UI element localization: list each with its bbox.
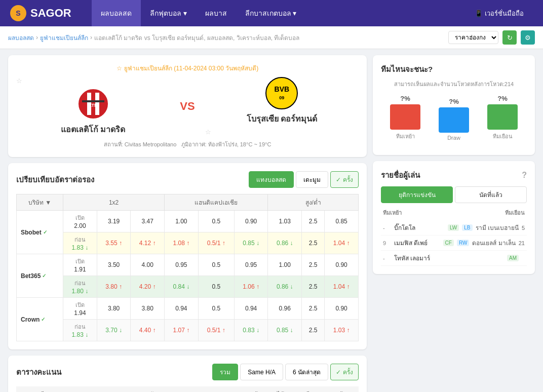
b365-close-h: ก่อน 1.80 ↓ bbox=[63, 276, 97, 298]
th-rank: # bbox=[16, 386, 36, 392]
players-tabs: ยุติการแข่งขัน นัดที่แล้ว bbox=[381, 186, 527, 203]
away-col-header: ทีมเยือน bbox=[505, 208, 525, 217]
nav-item-mobile[interactable]: 📱 เวอร์ชั่นมือถือ bbox=[466, 0, 533, 26]
match-info: สถานที่: Civitas Metropolitano ภูมิอากาศ… bbox=[16, 140, 359, 149]
standings-header: ตารางคะแนน รวม Same H/A 6 นัดล่าสุด ✓ คร… bbox=[16, 364, 359, 380]
sbo-open-hcap: 1.00 bbox=[165, 211, 199, 232]
breadcrumb-sep1: › bbox=[36, 34, 38, 41]
logo[interactable]: S SAGOR bbox=[10, 5, 71, 21]
list-item: 9 เมมฟิส ดีเพย์ CF RW ดอนเยลส์ มาเล็น 21 bbox=[381, 236, 527, 251]
th-1x2: 1x2 bbox=[63, 194, 165, 211]
table-row: ก่อน 1.83 ↓ 3.70 ↓ 4.40 ↑ bbox=[17, 320, 359, 341]
odds-section: เปรียบเทียบอัตราต่อรอง แทงบอลสด เดะมูม ✓… bbox=[8, 163, 367, 349]
crown-open-under: 0.90 bbox=[325, 298, 359, 320]
tab-last-match[interactable]: นัดที่แล้ว bbox=[455, 186, 527, 203]
player-pos-3a: AM bbox=[507, 255, 519, 261]
info-icon[interactable]: ? bbox=[522, 171, 527, 180]
away-team-logo: BVB09 bbox=[265, 77, 298, 109]
draw-pct: ?% bbox=[449, 98, 459, 105]
breadcrumb: ผลบอลสด › ยูฟ่าแชมเปียนส์ลีก › แอตเลติโก… bbox=[8, 33, 299, 43]
b365-open-hcap: 0.95 bbox=[165, 254, 199, 276]
crown-close-over: 0.85 ↓ bbox=[268, 320, 302, 341]
player-num-2: 9 bbox=[383, 240, 391, 246]
crown-close-acap: 0.83 ↓ bbox=[234, 320, 268, 341]
player-pos-2b: RW bbox=[457, 240, 469, 246]
home-team: ☆ ATM แอตเลติโก้ มาดริด bbox=[16, 77, 170, 136]
standings-tabs: รวม Same H/A 6 นัดล่าสุด ✓ ครั้ง bbox=[212, 364, 359, 380]
odds-type-select[interactable]: ราคาฮ่องกง bbox=[448, 31, 498, 44]
tab-same-ha[interactable]: Same H/A bbox=[240, 364, 283, 380]
sbo-open-line: 2.5 bbox=[302, 211, 325, 232]
crown-open-over: 0.96 bbox=[268, 298, 302, 320]
home-star-icon[interactable]: ☆ bbox=[16, 77, 22, 85]
nav-item-basketball-league[interactable]: ลีกบาสเกตบอล ▾ bbox=[236, 0, 306, 26]
tab-demu[interactable]: เดะมูม bbox=[296, 171, 328, 188]
tab-retired[interactable]: ยุติการแข่งขัน bbox=[381, 186, 453, 203]
odds-header: เปรียบเทียบอัตราต่อรอง แทงบอลสด เดะมูม ✓… bbox=[16, 171, 359, 188]
sbo-close-acap: 0.85 ↓ bbox=[234, 232, 268, 254]
tab-standings-krang[interactable]: ✓ ครั้ง bbox=[330, 364, 359, 380]
logo-icon: S bbox=[10, 5, 26, 21]
away-pred-bar[interactable] bbox=[487, 104, 518, 130]
player-name-3: โทหัส เลอมาร์ bbox=[394, 253, 504, 263]
players-title: รายชื่อผู้เล่น ? bbox=[381, 169, 527, 181]
breadcrumb-home[interactable]: ผลบอลสด bbox=[8, 33, 34, 43]
header: S SAGOR ผลบอลสด ลีกฟุตบอล ▾ ผลบาส ลีกบาส… bbox=[0, 0, 543, 26]
win-prediction-card: ทีมไหนจะชนะ? สามารถเห็นผลและจำนวนโหวตหลั… bbox=[373, 55, 535, 155]
crown-close-hcap: 1.07 ↑ bbox=[165, 320, 199, 341]
refresh-btn[interactable]: ↻ bbox=[502, 30, 517, 45]
tab-live-bet[interactable]: แทงบอลสด bbox=[249, 171, 294, 188]
settings-btn[interactable]: ⚙ bbox=[521, 30, 535, 45]
crown-open-d: 3.80 bbox=[97, 298, 131, 320]
crown-open-a: 3.80 bbox=[131, 298, 165, 320]
odds-table: บริษัท ▼ 1x2 แฮนดิแคปเอเชีย สูง/ต่ำ Sbob… bbox=[16, 194, 359, 341]
th-handicap: แฮนดิแคปเอเชีย bbox=[165, 194, 268, 211]
b365-open-under: 0.90 bbox=[325, 254, 359, 276]
tab-krang[interactable]: ✓ ครั้ง bbox=[330, 171, 359, 188]
verify-icon-crown: ✓ bbox=[41, 317, 45, 322]
b365-close-hcap: 0.84 ↓ bbox=[165, 276, 199, 298]
player-pos-1b: LB bbox=[462, 224, 472, 231]
player-away-num-1: 5 bbox=[522, 225, 525, 231]
sbo-close-d: 3.55 ↑ bbox=[97, 232, 131, 254]
sbo-open-d: 3.19 bbox=[97, 211, 131, 232]
bvb-logo-text: BVB09 bbox=[275, 86, 290, 101]
b365-open-d: 3.50 bbox=[97, 254, 131, 276]
draw-pred-bar[interactable] bbox=[439, 107, 469, 133]
tab-overall[interactable]: รวม bbox=[212, 364, 238, 380]
odds-tab-group: แทงบอลสด เดะมูม ✓ ครั้ง bbox=[249, 171, 359, 188]
crown-close-mid: 0.5/1 ↑ bbox=[198, 320, 234, 341]
list-item: - โทหัส เลอมาร์ AM bbox=[381, 251, 527, 266]
b365-close-a: 4.20 ↑ bbox=[131, 276, 165, 298]
sbo-open-under: 0.85 bbox=[325, 211, 359, 232]
th-bookie: บริษัท ▼ bbox=[17, 194, 63, 211]
crown-close-h: ก่อน 1.83 ↓ bbox=[63, 320, 97, 341]
player-pos-2a: CF bbox=[443, 240, 454, 246]
player-num-3: - bbox=[383, 255, 391, 261]
away-prediction: ?% ทีมเยือน bbox=[487, 95, 518, 141]
nav-item-livescore[interactable]: ผลบอลสด bbox=[92, 0, 141, 26]
breadcrumb-league[interactable]: ยูฟ่าแชมเปียนส์ลีก bbox=[40, 33, 88, 43]
main-content: ☆ ยูฟ่าแชมเปียนส์ลีก (11-04-2024 03:00 ว… bbox=[0, 49, 543, 392]
crown-open-acap: 0.94 bbox=[234, 298, 268, 320]
nav-item-league[interactable]: ลีกฟุตบอล ▾ bbox=[141, 0, 196, 26]
check-icon: ✓ bbox=[336, 176, 341, 183]
check-icon-standings: ✓ bbox=[336, 369, 341, 376]
player-name-1: บิ๊กโตโล bbox=[394, 223, 445, 232]
th-ou: สูง/ต่ำ bbox=[268, 194, 359, 211]
away-star-icon[interactable]: ☆ bbox=[205, 128, 211, 136]
draw-pred-label: Draw bbox=[447, 135, 460, 141]
home-pred-bar[interactable] bbox=[390, 104, 420, 130]
away-team: BVB09 โบรุสเซีย ดอร์ทมุนด์ ☆ bbox=[205, 77, 359, 136]
b365-close-over: 0.86 ↓ bbox=[268, 276, 302, 298]
home-col-header: ทีมเหย้า bbox=[383, 208, 402, 217]
sbo-close-mid: 0.5/1 ↑ bbox=[198, 232, 234, 254]
table-row: ก่อน 1.80 ↓ 3.80 ↑ 4.20 ↑ bbox=[17, 276, 359, 298]
tab-last6[interactable]: 6 นัดล่าสุด bbox=[285, 364, 328, 380]
standings-section: ตารางคะแนน รวม Same H/A 6 นัดล่าสุด ✓ คร… bbox=[8, 356, 367, 392]
home-team-logo: ATM bbox=[77, 88, 109, 120]
home-pred-label: ทีมเหย้า bbox=[396, 132, 415, 141]
logo-text: SAGOR bbox=[30, 7, 71, 20]
match-teams: ☆ ATM แอตเลติโก้ มาดริด VS BVB09 bbox=[16, 77, 359, 136]
nav-item-basketball[interactable]: ผลบาส bbox=[196, 0, 236, 26]
